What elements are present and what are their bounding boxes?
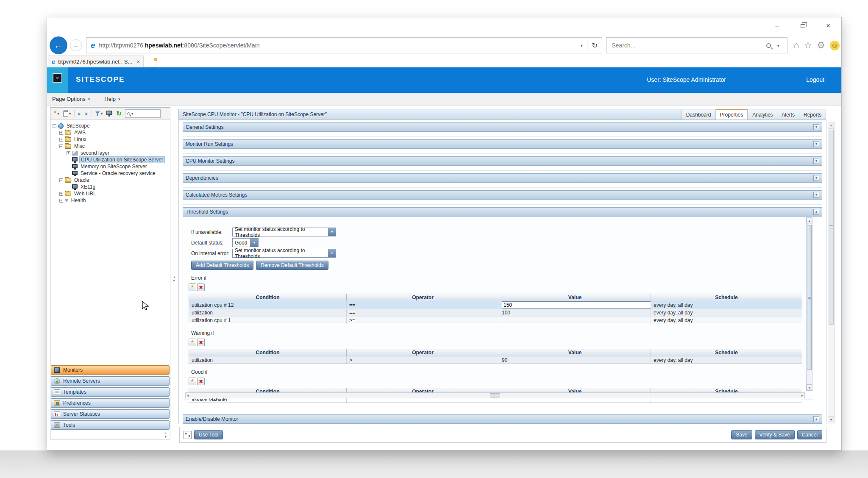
tree-item-service-oracle[interactable]: Service - Oracle recovery service	[50, 170, 170, 177]
feedback-smiley-icon[interactable]: ☺	[830, 41, 840, 50]
monitor-deployment-button[interactable]	[105, 109, 114, 118]
dropdown-arrow-icon[interactable]: ▾	[328, 228, 336, 236]
new-item-button[interactable]: *▾	[53, 109, 61, 118]
table-row[interactable]: utilization == 100 every day, all day	[189, 309, 802, 317]
expand-section-button[interactable]: ▾	[813, 158, 819, 164]
forward-button[interactable]: →	[70, 39, 82, 51]
expand-section-button[interactable]: ▴	[813, 416, 819, 422]
tab-reports[interactable]: Reports	[799, 110, 826, 119]
expand-section-button[interactable]: ▾	[813, 175, 819, 181]
page-vertical-scrollbar[interactable]: ▴ ▾	[828, 122, 835, 423]
section-cpu-monitor-settings[interactable]: CPU Monitor Settings▾	[183, 156, 822, 166]
delete-threshold-button[interactable]: ✖	[197, 378, 205, 385]
scroll-down-icon[interactable]: ▾	[807, 384, 812, 391]
scroll-up-icon[interactable]: ▴	[828, 122, 834, 129]
favorites-star-icon[interactable]: ☆	[804, 41, 812, 50]
dropdown-arrow-icon[interactable]: ▾	[250, 239, 258, 247]
default-status-select[interactable]: Good▾	[232, 238, 259, 247]
tab-properties[interactable]: Properties	[715, 109, 748, 119]
on-internal-error-select[interactable]: Set monitor status according to Threshol…	[232, 249, 336, 258]
scrollbar-thumb[interactable]	[829, 130, 834, 325]
tab-dashboard[interactable]: Dashboard	[682, 110, 715, 119]
new-tab-button[interactable]	[149, 59, 156, 67]
accordion-monitors[interactable]: Monitors	[51, 365, 170, 375]
scroll-left-icon[interactable]: ◂	[187, 394, 189, 397]
search-icon[interactable]	[766, 43, 771, 48]
dropdown-arrow-icon[interactable]: ▾	[328, 249, 336, 257]
table-row[interactable]: utilization > 90 every day, all day	[189, 356, 802, 364]
tree-expand-toggle[interactable]: +	[67, 151, 70, 155]
search-dropdown-button[interactable]: ▾	[773, 43, 784, 48]
add-threshold-button[interactable]: *	[189, 378, 196, 385]
refresh-tree-button[interactable]: ↻	[115, 109, 123, 118]
expand-section-button[interactable]: ▾	[813, 141, 819, 147]
tree-item-xe11g[interactable]: XE11g	[50, 183, 170, 190]
gear-icon[interactable]: ⚙	[817, 41, 825, 50]
section-enable-disable-monitor[interactable]: Enable/Disable Monitor▴	[183, 414, 822, 424]
add-default-thresholds-button[interactable]: Add Default Thresholds	[191, 261, 253, 270]
remove-default-thresholds-button[interactable]: Remove Default Thresholds	[256, 261, 328, 270]
collapse-section-button[interactable]: ▴	[813, 209, 819, 215]
accordion-overflow-controls[interactable]: »▾	[50, 431, 170, 439]
copy-paste-button[interactable]: ▾	[62, 109, 72, 118]
section-general-settings[interactable]: General Settings▾	[183, 122, 822, 132]
scrollbar-thumb[interactable]	[490, 393, 500, 397]
scroll-down-icon[interactable]: ▾	[828, 416, 834, 423]
accordion-templates[interactable]: Templates	[51, 387, 170, 397]
if-unavailable-select[interactable]: Set monitor status according to Threshol…	[232, 228, 336, 236]
threshold-value-input[interactable]	[502, 301, 651, 308]
threshold-vertical-scrollbar[interactable]: ▴ ▾	[806, 217, 812, 391]
tab-alerts[interactable]: Alerts	[777, 110, 799, 119]
logout-link[interactable]: Logout	[806, 76, 824, 83]
tree-item-memory[interactable]: Memory on SiteScope Server	[50, 163, 170, 170]
scroll-up-icon[interactable]: ▴	[807, 218, 812, 224]
section-threshold-settings[interactable]: Threshold Settings▴	[183, 207, 822, 217]
tree-expand-toggle[interactable]: +	[59, 138, 63, 142]
cancel-button[interactable]: Cancel	[797, 430, 822, 439]
add-threshold-button[interactable]: *	[189, 339, 196, 346]
section-dependencies[interactable]: Dependencies▾	[183, 173, 822, 183]
section-monitor-run-settings[interactable]: Monitor Run Settings▾	[183, 139, 822, 149]
tree-item-linux[interactable]: +Linux	[50, 136, 170, 143]
tree-expand-toggle[interactable]: +	[59, 199, 63, 203]
tree-search-input[interactable]: ▾	[125, 109, 161, 118]
panel-splitter[interactable]: ◂▸	[172, 272, 177, 286]
tree-collapse-toggle[interactable]: −	[53, 124, 56, 128]
home-icon[interactable]: ⌂	[793, 41, 799, 50]
browser-tab[interactable]: e btpvm0276.hpeswlab.net : S... ×	[48, 56, 144, 67]
refresh-button[interactable]: ↻	[587, 41, 602, 50]
threshold-horizontal-scrollbar[interactable]: ◂ ▸	[185, 392, 805, 398]
accordion-server-statistics[interactable]: Server Statistics	[51, 409, 170, 419]
table-row[interactable]: utilization cpu # 1 >= every day, all da…	[189, 317, 802, 324]
tree-item-cpu-utilization[interactable]: CPU Utilization on SiteScope Server	[50, 156, 170, 163]
tree-expand-toggle[interactable]: +	[59, 131, 63, 135]
back-button[interactable]: ←	[50, 36, 67, 54]
tree-item-oracle[interactable]: −Oracle	[50, 177, 170, 183]
add-threshold-button[interactable]: *	[189, 283, 196, 291]
expand-all-button[interactable]: »	[84, 109, 89, 118]
tree-item-misc[interactable]: −Misc	[50, 143, 170, 150]
tree-item-web-url[interactable]: +Web URL	[50, 190, 170, 197]
minimize-button[interactable]: –	[771, 21, 784, 31]
expand-section-button[interactable]: ▾	[813, 192, 819, 198]
filter-button[interactable]: ▾	[94, 109, 104, 118]
accordion-tools[interactable]: Tools	[51, 420, 170, 430]
menu-help[interactable]: Help▾	[104, 96, 120, 102]
menu-page-options[interactable]: Page Options▾	[52, 96, 90, 102]
delete-threshold-button[interactable]: ✖	[197, 283, 205, 291]
delete-threshold-button[interactable]: ✖	[197, 339, 205, 346]
tree-item-health[interactable]: +♥Health	[50, 197, 170, 204]
save-button[interactable]: Save	[731, 430, 752, 439]
accordion-preferences[interactable]: Preferences	[51, 398, 170, 408]
collapse-all-button[interactable]: «	[77, 109, 82, 118]
use-tool-button[interactable]: Use Tool	[194, 430, 223, 439]
url-dropdown-button[interactable]: ▾	[576, 43, 587, 48]
expand-section-button[interactable]: ▾	[813, 124, 819, 130]
panel-drag-handle[interactable]	[50, 361, 170, 364]
tree-collapse-toggle[interactable]: −	[59, 178, 63, 182]
tab-close-icon[interactable]: ×	[134, 58, 140, 65]
tab-analytics[interactable]: Analytics	[748, 110, 777, 119]
url-field[interactable]: e http://btpvm0276.hpeswlab.net:8080/Sit…	[86, 37, 602, 53]
close-button[interactable]: ×	[822, 21, 835, 31]
tree-item-sitescope[interactable]: −SiteScope	[50, 122, 170, 129]
